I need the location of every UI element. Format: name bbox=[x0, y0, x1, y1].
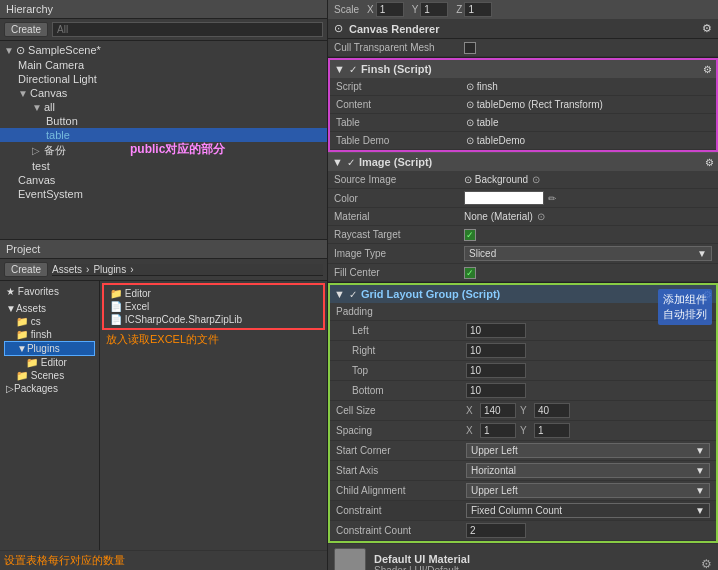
all-arrow: ▼ bbox=[32, 102, 44, 113]
assets-tree-root[interactable]: ▼ Assets bbox=[4, 302, 95, 315]
image-title: Image (Script) bbox=[359, 156, 701, 168]
tree-item-all[interactable]: ▼ all bbox=[0, 100, 327, 114]
assets-tree-plugins[interactable]: ▼ Plugins bbox=[4, 341, 95, 356]
constraint-value[interactable]: Fixed Column Count ▼ bbox=[466, 503, 710, 518]
left-input[interactable] bbox=[466, 323, 526, 338]
scale-row: Scale X Y Z bbox=[328, 0, 718, 19]
color-row: Color ✏ bbox=[328, 189, 718, 208]
bottom-label: Bottom bbox=[336, 385, 466, 396]
imagetype-label: Image Type bbox=[334, 248, 464, 259]
spacing-row: Spacing X Y bbox=[330, 421, 716, 441]
cellsize-y-input[interactable] bbox=[534, 403, 570, 418]
grid-expand-icon: ▼ bbox=[334, 288, 345, 300]
constraintcount-label: Constraint Count bbox=[336, 525, 466, 536]
project-create-button[interactable]: Create bbox=[4, 262, 48, 277]
right-row: Right bbox=[330, 341, 716, 361]
right-input[interactable] bbox=[466, 343, 526, 358]
canvas-renderer-header[interactable]: ⊙ Canvas Renderer ⚙ bbox=[328, 19, 718, 39]
tree-item-eventsystem[interactable]: EventSystem bbox=[0, 187, 327, 201]
bottom-input[interactable] bbox=[466, 383, 526, 398]
fillcenter-checkbox[interactable]: ✓ bbox=[464, 267, 476, 279]
plugins-files-highlight: 📁 Editor 📄 Excel 📄 ICSharpCode.SharpZipL… bbox=[102, 283, 325, 330]
finsh-content-row: Content ⊙ tableDemo (Rect Transform) bbox=[330, 96, 716, 114]
color-label: Color bbox=[334, 193, 464, 204]
finsh-script-label: Script bbox=[336, 81, 466, 92]
raycast-label: Raycast Target bbox=[334, 229, 464, 240]
spacing-x-input[interactable] bbox=[480, 423, 516, 438]
tree-item-table[interactable]: table bbox=[0, 128, 327, 142]
scale-x-input[interactable] bbox=[376, 2, 404, 17]
color-edit-icon[interactable]: ✏ bbox=[548, 193, 556, 204]
hierarchy-search-input[interactable] bbox=[52, 22, 323, 37]
favorites-item[interactable]: ★ Favorites bbox=[4, 285, 95, 298]
tree-item-beifen[interactable]: ▷ 备份 bbox=[0, 142, 327, 159]
grid-layout-header[interactable]: ▼ ✓ Grid Layout Group (Script) ⚙ bbox=[330, 285, 716, 303]
raycast-checkbox[interactable]: ✓ bbox=[464, 229, 476, 241]
color-swatch[interactable] bbox=[464, 191, 544, 205]
tree-item-button[interactable]: Button bbox=[0, 114, 327, 128]
cull-transparent-checkbox[interactable] bbox=[464, 42, 476, 54]
left-panel: Hierarchy Create ▼ ⊙ SampleScene* Main C… bbox=[0, 0, 328, 570]
assets-tree-editor[interactable]: 📁 Editor bbox=[4, 356, 95, 369]
startcorner-value[interactable]: Upper Left ▼ bbox=[466, 443, 710, 458]
top-input[interactable] bbox=[466, 363, 526, 378]
assets-section: ▼ Assets 📁 cs 📁 finsh ▼ Plugins 📁 Editor bbox=[0, 300, 99, 397]
assets-tree-cs[interactable]: 📁 cs bbox=[4, 315, 95, 328]
spacing-y-input[interactable] bbox=[534, 423, 570, 438]
startaxis-dropdown[interactable]: Horizontal ▼ bbox=[466, 463, 710, 478]
constraint-dropdown[interactable]: Fixed Column Count ▼ bbox=[466, 503, 710, 518]
fillcenter-value: ✓ bbox=[464, 267, 712, 279]
file-editor[interactable]: 📁 Editor bbox=[106, 287, 321, 300]
scale-z-input[interactable] bbox=[464, 2, 492, 17]
material-select-icon[interactable]: ⊙ bbox=[537, 211, 545, 222]
top-row: Top bbox=[330, 361, 716, 381]
tree-item-canvas2[interactable]: Canvas bbox=[0, 173, 327, 187]
project-header: Project bbox=[0, 240, 327, 259]
finsh-content-value: ⊙ tableDemo (Rect Transform) bbox=[466, 99, 710, 110]
file-icsharp[interactable]: 📄 ICSharpCode.SharpZipLib bbox=[106, 313, 321, 326]
canvas-renderer-gear[interactable]: ⚙ bbox=[702, 22, 712, 35]
imagetype-row: Image Type Sliced ▼ bbox=[328, 244, 718, 264]
raycast-value: ✓ bbox=[464, 229, 712, 241]
material-gear-icon[interactable]: ⚙ bbox=[701, 557, 712, 570]
assets-tree-packages[interactable]: ▷ Packages bbox=[4, 382, 95, 395]
childalignment-row: Child Alignment Upper Left ▼ bbox=[330, 481, 716, 501]
setup-annotation: 设置表格每行对应的数量 bbox=[0, 550, 327, 570]
finsh-tabledemo-row: Table Demo ⊙ tableDemo bbox=[330, 132, 716, 150]
canvas-renderer-title: Canvas Renderer bbox=[349, 23, 696, 35]
imagetype-dropdown[interactable]: Sliced ▼ bbox=[464, 246, 712, 261]
grid-check-icon: ✓ bbox=[349, 289, 357, 300]
startaxis-value[interactable]: Horizontal ▼ bbox=[466, 463, 710, 478]
favorites-section: ★ Favorites bbox=[0, 283, 99, 300]
scale-label: Scale bbox=[334, 4, 359, 15]
hierarchy-toolbar: Create bbox=[0, 19, 327, 41]
finsh-check-icon: ✓ bbox=[349, 64, 357, 75]
image-gear-icon[interactable]: ⚙ bbox=[705, 157, 714, 168]
assets-tree-finsh[interactable]: 📁 finsh bbox=[4, 328, 95, 341]
cellsize-x-input[interactable] bbox=[480, 403, 516, 418]
tree-item-dirlight[interactable]: Directional Light bbox=[0, 72, 327, 86]
imagetype-value[interactable]: Sliced ▼ bbox=[464, 246, 712, 261]
grid-gear-icon[interactable]: ⚙ bbox=[703, 289, 712, 300]
tree-item-test[interactable]: test bbox=[0, 159, 327, 173]
constraintcount-input[interactable] bbox=[466, 523, 526, 538]
childalignment-dropdown[interactable]: Upper Left ▼ bbox=[466, 483, 710, 498]
finsh-gear-icon[interactable]: ⚙ bbox=[703, 64, 712, 75]
hierarchy-create-button[interactable]: Create bbox=[4, 22, 48, 37]
left-label: Left bbox=[336, 325, 466, 336]
source-image-select-icon[interactable]: ⊙ bbox=[532, 174, 540, 185]
finsh-script-row: Script ⊙ finsh bbox=[330, 78, 716, 96]
tree-item-canvas[interactable]: ▼ Canvas bbox=[0, 86, 327, 100]
image-header[interactable]: ▼ ✓ Image (Script) ⚙ bbox=[328, 153, 718, 171]
childalignment-value[interactable]: Upper Left ▼ bbox=[466, 483, 710, 498]
tree-item-maincamera[interactable]: Main Camera bbox=[0, 58, 327, 72]
scale-y-input[interactable] bbox=[420, 2, 448, 17]
file-excel[interactable]: 📄 Excel bbox=[106, 300, 321, 313]
scale-x-label: X bbox=[367, 4, 374, 15]
color-value[interactable]: ✏ bbox=[464, 191, 712, 205]
tree-item-samplescene[interactable]: ▼ ⊙ SampleScene* bbox=[0, 43, 327, 58]
startcorner-dropdown[interactable]: Upper Left ▼ bbox=[466, 443, 710, 458]
finsh-script-section: ▼ ✓ Finsh (Script) ⚙ Script ⊙ finsh Cont… bbox=[328, 58, 718, 152]
finsh-header[interactable]: ▼ ✓ Finsh (Script) ⚙ bbox=[330, 60, 716, 78]
assets-tree-scenes[interactable]: 📁 Scenes bbox=[4, 369, 95, 382]
